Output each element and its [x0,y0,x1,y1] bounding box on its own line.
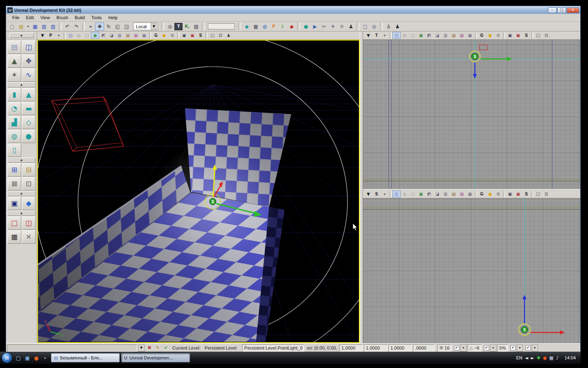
palette-collapse-all[interactable]: ▲ [9,33,34,38]
terrain-mode-button[interactable]: ▲ [7,54,21,68]
wireframe-mode-icon[interactable]: ◇ [401,32,409,39]
light-complexity-mode-icon[interactable]: ▥ [116,32,124,39]
texture-density-mode-icon[interactable]: ▤ [450,32,458,39]
tray-next-icon[interactable]: ► [531,355,534,360]
squint-mode-icon[interactable]: S [522,191,530,197]
menu-item[interactable]: File [9,14,22,21]
linear-stair-brush-button[interactable]: ▟ [7,116,21,129]
draw-brush-icon[interactable]: ✎ [154,344,162,352]
csg-subtract-button[interactable]: ⊟ [22,163,36,177]
possess-player-icon[interactable]: ♟ [225,32,233,39]
build-all-icon[interactable]: ◆ [287,22,296,31]
maximize-button[interactable]: □ [557,7,566,13]
autosave-dropdown[interactable]: ▾ [532,344,538,352]
lock-viewport-icon[interactable]: ● [486,32,494,39]
grid-size-dropdown[interactable]: ▾ [460,344,467,352]
taskbar-clock[interactable]: 14:04 [561,355,579,360]
lightmap-density-mode-icon[interactable]: ▦ [466,191,474,197]
realtime-icon[interactable]: ⌖ [381,191,389,197]
cone-brush-button[interactable]: ▲ [22,88,36,101]
realtime-icon[interactable]: ⌖ [55,32,63,39]
shader-complexity-mode-icon[interactable]: ▧ [458,32,466,39]
scale-nonuniform-tool-icon[interactable]: ◲ [122,22,131,31]
angle-snap-field[interactable]: △ ~6 [468,344,481,352]
tray-prev-icon[interactable]: ◄ [525,355,528,360]
level-ok-icon[interactable]: ✔ [162,344,170,352]
unlit-mode-icon[interactable]: ▢ [409,32,417,39]
redo-icon[interactable]: ↷ [72,22,81,31]
csg-deintersect-button[interactable]: ⊡ [22,177,36,191]
sphere-brush-button[interactable]: ● [22,130,36,143]
select-inside-button[interactable]: □ [7,216,21,230]
language-indicator[interactable]: EN [516,355,522,360]
volume-grid-icon[interactable]: ▢ [361,22,370,31]
camera-actor-icon[interactable]: ▣ [514,191,522,197]
curved-stair-brush-button[interactable]: ◔ [7,102,21,115]
drawscale-y-field[interactable]: 1.0000 [364,344,388,352]
rotation-snap-checkbox[interactable]: ✔ [484,345,489,350]
viewport-options-icon[interactable]: ▼ [364,32,372,39]
perspective-viewport[interactable]: $ x y [37,40,360,343]
viewport-type-label[interactable]: S [372,191,381,197]
grid-size-field[interactable]: ⊞ 16 [437,344,451,352]
vertical-splitter[interactable] [360,31,363,343]
menu-item[interactable]: Edit [23,14,37,21]
add-actor-icon[interactable]: ♙ [384,22,393,31]
lighting-only-mode-icon[interactable]: ◪ [433,32,441,39]
light-actor-side[interactable]: $ [519,295,565,335]
lock-viewport-icon[interactable]: ● [160,32,168,39]
viewport-options-icon[interactable]: ▼ [38,32,47,39]
squint-mode-icon[interactable]: S [522,32,530,39]
viewport-options-icon[interactable]: ▼ [364,191,372,197]
viewport-type-label[interactable]: P [47,32,55,39]
geometry-mode-button[interactable]: ◫ [22,40,36,54]
maximize-viewport-icon[interactable]: □ [208,32,216,39]
detail-lighting-mode-icon[interactable]: ◩ [99,32,107,39]
tray-antivirus-icon[interactable]: ✱ [537,355,540,360]
camera-lock-icon[interactable]: ▣ [506,32,514,39]
minimize-button[interactable]: – [548,7,557,13]
csg-add-button[interactable]: ⊞ [7,163,21,177]
add-volume-button[interactable]: ◆ [22,197,36,210]
cylinder-short-brush-button[interactable]: ▬ [22,102,36,115]
maximize-viewport-icon[interactable]: □ [534,191,542,197]
point-light-sprite[interactable]: $ [209,198,216,205]
show-flags-icon[interactable]: ⊙ [168,32,176,39]
squint-mode-icon[interactable]: S [196,32,205,39]
brush-wireframe-mode-icon[interactable]: ◫ [392,32,401,39]
start-button[interactable]: ⊞ [2,352,12,363]
camera-lock-icon[interactable]: ▣ [180,32,188,39]
wireframe-mode-icon[interactable]: ◇ [401,191,409,197]
drawscale-uniform-field[interactable]: .0000 [413,344,435,352]
matinee-icon[interactable]: ✂ [319,22,328,31]
autosave-checkbox[interactable]: ✔ [526,345,531,350]
camera-actor-icon[interactable]: ▣ [514,32,522,39]
lightmap-density-mode-icon[interactable]: ▦ [140,32,148,39]
tray-network-icon[interactable]: ▦ [549,355,553,360]
play-in-viewport-icon[interactable]: ● [301,22,310,31]
build-cover-icon[interactable]: P [269,22,278,31]
scale-snap-checkbox[interactable]: ✔ [510,345,516,350]
shader-complexity-mode-icon[interactable]: ▧ [132,32,140,39]
title-bar[interactable]: U Unreal Development Kit (32-bit) –□✕ [6,6,580,14]
quick-launch-desktop[interactable]: ▢ [14,353,23,362]
lightmap-density-mode-icon[interactable]: ▦ [466,32,474,39]
shader-complexity-mode-icon[interactable]: ▧ [458,191,466,197]
spline-mode-button[interactable]: ∿ [22,68,36,82]
build-geometry-icon[interactable]: ◆ [242,22,251,31]
close-button[interactable]: ✕ [567,7,579,13]
menu-item[interactable]: Build [72,14,87,21]
camera-lock-icon[interactable]: ▣ [506,191,514,197]
drawscale-x-field[interactable]: 1.0000 [339,344,363,352]
lit-mode-icon[interactable]: ▣ [417,191,425,197]
scale-snap-dropdown[interactable]: ▾ [517,344,523,352]
kismet-icon[interactable]: K, [183,22,192,31]
unlit-mode-icon[interactable]: ▢ [83,32,91,39]
quick-launch-browser[interactable]: ● [32,353,41,362]
translate-tool-icon[interactable]: ✥ [95,22,104,31]
open-recent-arrow[interactable]: ▾ [26,22,31,31]
add-player-start-icon[interactable]: ♟ [393,22,402,31]
sheet-brush-button[interactable]: ◇ [22,116,36,129]
spiral-stair-brush-button[interactable]: ◍ [7,130,21,143]
top-viewport[interactable]: $ [363,40,580,189]
